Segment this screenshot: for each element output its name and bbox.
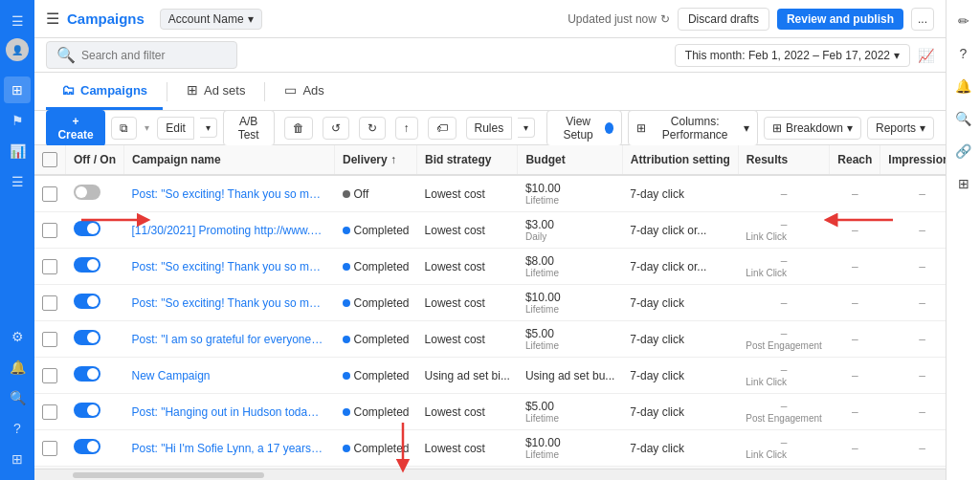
row-toggle-7[interactable] xyxy=(66,430,124,467)
toggle-5[interactable] xyxy=(74,366,100,382)
left-nav: ☰ 👤 ⊞ ⚑ 📊 ☰ ⚙ 🔔 🔍 ? ⊞ xyxy=(0,0,34,480)
edit-button[interactable]: Edit xyxy=(157,117,194,140)
toggle-4[interactable] xyxy=(74,330,100,345)
row-bid-5: Using ad set bi... xyxy=(417,358,518,394)
toggle-6[interactable] xyxy=(74,403,100,418)
scroll-thumb[interactable] xyxy=(73,472,264,478)
ab-test-button[interactable]: A/B Test xyxy=(223,110,275,146)
row-toggle-0[interactable] xyxy=(66,175,124,212)
columns-icon: ⊞ xyxy=(636,121,646,135)
rules-dropdown[interactable]: ▾ xyxy=(518,118,535,138)
campaigns-table-container[interactable]: Off / On Campaign name Delivery ↑ Bid st… xyxy=(34,145,946,469)
row-toggle-4[interactable] xyxy=(66,321,124,358)
row-delivery-4: Completed xyxy=(335,321,417,358)
toggle-7[interactable] xyxy=(74,439,100,454)
table-row: Post: "Hanging out in Hudson today at Oh… xyxy=(34,394,946,430)
row-toggle-5[interactable] xyxy=(66,358,124,394)
row-name-1[interactable]: [11/30/2021] Promoting http://www.sofiel… xyxy=(124,212,335,249)
select-all-checkbox[interactable] xyxy=(42,152,57,167)
ads-tab-icon: ▭ xyxy=(284,82,297,98)
row-attribution-7: 7-day click xyxy=(622,430,738,467)
row-name-2[interactable]: Post: "So exciting! Thank you so much Sp… xyxy=(124,249,335,285)
action-bar: + Create ⧉ ▾ Edit ▾ A/B Test 🗑 ↺ ↻ ↑ 🏷 R… xyxy=(34,111,946,145)
nav-help-icon[interactable]: ? xyxy=(4,415,31,442)
row-delivery-1: Completed xyxy=(335,212,417,249)
edit-dropdown[interactable]: ▾ xyxy=(200,118,217,138)
th-campaign-name[interactable]: Campaign name xyxy=(124,145,335,175)
row-checkbox-5[interactable] xyxy=(42,368,57,383)
row-name-4[interactable]: Post: "I am so grateful for everyone's s… xyxy=(124,321,335,358)
nav-settings-icon[interactable]: ⚙ xyxy=(4,323,31,350)
toggle-0[interactable] xyxy=(74,185,100,200)
review-publish-button[interactable]: Review and publish xyxy=(777,9,903,30)
nav-chart-icon[interactable]: 📊 xyxy=(4,138,31,164)
th-attribution: Attribution setting xyxy=(622,145,738,175)
nav-flag-icon[interactable]: ⚑ xyxy=(4,107,31,134)
row-name-3[interactable]: Post: "So exciting! Thank you so much Sp… xyxy=(124,285,335,321)
nav-list-icon[interactable]: ☰ xyxy=(4,168,31,195)
tag-button[interactable]: 🏷 xyxy=(428,117,457,140)
rules-button[interactable]: Rules xyxy=(466,117,513,140)
duplicate-button[interactable]: ⧉ xyxy=(111,117,137,140)
row-name-7[interactable]: Post: "Hi I'm Sofie Lynn, a 17 years old… xyxy=(124,430,335,467)
toggle-3[interactable] xyxy=(74,294,100,309)
rs-pencil-icon[interactable]: ✏ xyxy=(950,8,977,34)
tab-ads[interactable]: ▭ Ads xyxy=(269,73,339,110)
date-range-button[interactable]: This month: Feb 1, 2022 – Feb 17, 2022 ▾ xyxy=(675,44,910,67)
undo-button[interactable]: ↺ xyxy=(323,117,349,140)
redo-button[interactable]: ↻ xyxy=(359,117,386,140)
row-checkbox-3[interactable] xyxy=(42,295,57,311)
hamburger-icon[interactable]: ☰ xyxy=(46,10,59,28)
row-toggle-1[interactable] xyxy=(66,212,124,249)
tab-adsets[interactable]: ⊞ Ad sets xyxy=(171,73,260,110)
create-button[interactable]: + Create xyxy=(46,110,105,146)
row-name-0[interactable]: Post: "So exciting! Thank you so much Sp… xyxy=(124,175,335,212)
reports-button[interactable]: Reports ▾ xyxy=(867,117,934,140)
rs-search-icon[interactable]: 🔍 xyxy=(950,105,977,132)
rs-help-icon[interactable]: ? xyxy=(950,40,977,67)
refresh-icon[interactable]: ↻ xyxy=(660,12,670,26)
toggle-1[interactable] xyxy=(74,221,100,236)
row-name-5[interactable]: New Campaign xyxy=(124,358,335,394)
date-dropdown-icon: ▾ xyxy=(894,49,900,62)
th-delivery[interactable]: Delivery ↑ xyxy=(335,145,417,175)
row-name-6[interactable]: Post: "Hanging out in Hudson today at Oh… xyxy=(124,394,335,430)
account-selector[interactable]: Account Name ▾ xyxy=(160,9,262,30)
columns-button[interactable]: ⊞ Columns: Performance ▾ xyxy=(628,110,757,146)
horizontal-scrollbar[interactable] xyxy=(34,469,946,480)
more-options-button[interactable]: ... xyxy=(911,8,934,31)
rs-grid-icon[interactable]: ⊞ xyxy=(950,170,977,197)
user-avatar[interactable]: 👤 xyxy=(6,38,29,61)
share-button[interactable]: ↑ xyxy=(395,117,418,140)
row-checkbox-1[interactable] xyxy=(42,223,57,238)
rs-bell-icon[interactable]: 🔔 xyxy=(950,73,977,99)
chart-icon[interactable]: 📈 xyxy=(918,48,934,63)
nav-alert-icon[interactable]: 🔔 xyxy=(4,354,31,381)
delete-button[interactable]: 🗑 xyxy=(284,117,313,140)
row-toggle-6[interactable] xyxy=(66,394,124,430)
row-checkbox-4[interactable] xyxy=(42,332,57,347)
row-checkbox-2[interactable] xyxy=(42,259,57,274)
discard-button[interactable]: Discard drafts xyxy=(678,8,769,31)
row-toggle-3[interactable] xyxy=(66,285,124,321)
row-results-0: – xyxy=(738,175,830,212)
breakdown-button[interactable]: ⊞ Breakdown ▾ xyxy=(764,117,861,140)
view-setup-button[interactable]: View Setup xyxy=(546,110,622,146)
search-box[interactable]: 🔍 xyxy=(46,41,237,69)
row-toggle-2[interactable] xyxy=(66,249,124,285)
search-input[interactable] xyxy=(81,49,225,62)
row-checkbox-6[interactable] xyxy=(42,404,57,420)
row-reach-3: – xyxy=(830,285,880,321)
tab-campaigns[interactable]: 🗂 Campaigns xyxy=(46,73,163,110)
row-checkbox-0[interactable] xyxy=(42,186,57,202)
toggle-2[interactable] xyxy=(74,257,100,273)
breakdown-icon: ⊞ xyxy=(772,121,782,135)
row-impressions-2: – xyxy=(880,249,946,285)
nav-menu-icon[interactable]: ☰ xyxy=(4,8,31,34)
nav-grid-icon[interactable]: ⊞ xyxy=(4,76,31,103)
nav-search-nav-icon[interactable]: 🔍 xyxy=(4,384,31,411)
nav-apps-icon[interactable]: ⊞ xyxy=(4,446,31,472)
rs-link-icon[interactable]: 🔗 xyxy=(950,138,977,164)
row-delivery-0: Off xyxy=(335,175,417,212)
row-checkbox-7[interactable] xyxy=(42,441,57,456)
